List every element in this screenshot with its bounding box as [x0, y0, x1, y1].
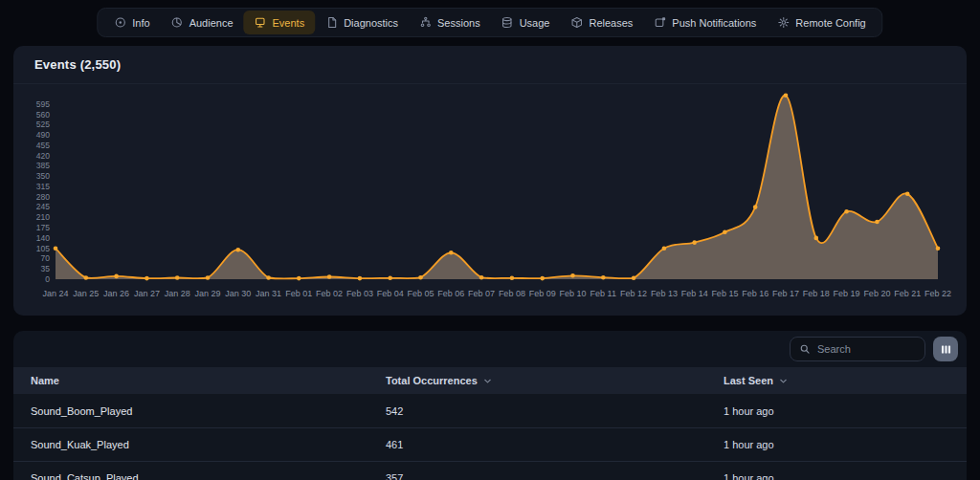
tab-label: Sessions	[437, 17, 480, 29]
columns-icon	[940, 343, 952, 356]
svg-text:Feb 13: Feb 13	[651, 289, 678, 298]
svg-text:Feb 17: Feb 17	[772, 289, 799, 298]
svg-text:70: 70	[41, 253, 51, 263]
tab-label: Diagnostics	[344, 17, 398, 29]
svg-text:Feb 20: Feb 20	[863, 289, 890, 298]
table-row[interactable]: Sound_Kuak_Played4611 hour ago	[13, 427, 967, 461]
svg-text:Feb 09: Feb 09	[529, 289, 556, 298]
svg-text:525: 525	[36, 120, 50, 129]
table-toolbar	[13, 331, 967, 367]
table-row[interactable]: Sound_Catsup_Played3571 hour ago	[13, 461, 967, 480]
column-header-total-occurrences[interactable]: Total Occurrences	[386, 375, 724, 386]
search-box[interactable]	[790, 337, 925, 361]
chevron-down-icon	[778, 376, 789, 386]
svg-text:Feb 04: Feb 04	[377, 289, 404, 298]
event-name-cell: Sound_Catsup_Played	[31, 472, 386, 480]
svg-text:315: 315	[36, 182, 50, 191]
events-chart-panel: Events (2,550) 0357010514017521024528031…	[13, 46, 967, 316]
chart-title: Events (2,550)	[34, 57, 121, 72]
tab-sessions[interactable]: Sessions	[409, 11, 491, 34]
column-header-name[interactable]: Name	[31, 375, 386, 386]
svg-text:Feb 02: Feb 02	[316, 289, 343, 298]
tab-info[interactable]: Info	[103, 11, 160, 34]
table-header-row: Name Total Occurrences Last Seen	[13, 367, 967, 394]
chart-header: Events (2,550)	[13, 46, 967, 84]
svg-text:Jan 26: Jan 26	[103, 289, 129, 298]
svg-text:Feb 15: Feb 15	[711, 289, 738, 298]
svg-text:245: 245	[36, 202, 50, 211]
svg-text:420: 420	[36, 151, 50, 161]
events-table-panel: Name Total Occurrences Last Seen Sound_B…	[13, 331, 967, 480]
remote-config-icon	[777, 16, 790, 29]
search-input[interactable]	[817, 343, 916, 355]
svg-text:Feb 18: Feb 18	[803, 289, 830, 298]
releases-icon	[570, 16, 583, 29]
svg-text:Jan 25: Jan 25	[73, 289, 99, 298]
svg-text:140: 140	[36, 233, 50, 243]
svg-text:Feb 10: Feb 10	[559, 289, 586, 298]
svg-text:Feb 07: Feb 07	[468, 289, 495, 298]
top-nav: InfoAudienceEventsDiagnosticsSessionsUsa…	[97, 8, 882, 37]
table-row[interactable]: Sound_Boom_Played5421 hour ago	[13, 394, 967, 427]
events-chart: 0357010514017521024528031535038542045549…	[27, 92, 953, 306]
svg-text:Jan 29: Jan 29	[194, 289, 220, 298]
svg-text:35: 35	[41, 264, 51, 273]
info-icon	[114, 16, 126, 29]
svg-text:Jan 30: Jan 30	[225, 289, 251, 298]
tab-audience[interactable]: Audience	[161, 11, 244, 34]
svg-text:Jan 24: Jan 24	[42, 289, 68, 298]
svg-text:Feb 12: Feb 12	[620, 289, 647, 298]
tab-diagnostics[interactable]: Diagnostics	[315, 11, 409, 34]
svg-text:Feb 05: Feb 05	[407, 289, 434, 298]
tab-remote-config[interactable]: Remote Config	[767, 11, 876, 34]
event-name-cell: Sound_Kuak_Played	[31, 439, 386, 450]
svg-text:595: 595	[36, 99, 50, 109]
total-occurrences-cell: 461	[386, 439, 724, 450]
tab-usage[interactable]: Usage	[491, 11, 561, 34]
tab-label: Audience	[189, 17, 234, 29]
svg-text:210: 210	[36, 212, 50, 222]
tab-label: Remote Config	[795, 17, 865, 29]
svg-text:0: 0	[45, 274, 50, 284]
svg-text:560: 560	[36, 110, 50, 120]
last-seen-cell: 1 hour ago	[724, 405, 967, 417]
svg-text:Feb 19: Feb 19	[834, 289, 860, 298]
event-name-cell: Sound_Boom_Played	[31, 405, 386, 417]
svg-text:Feb 16: Feb 16	[742, 289, 768, 298]
tab-push-notifications[interactable]: Push Notifications	[643, 11, 767, 34]
sessions-icon	[419, 16, 432, 29]
table-body: Sound_Boom_Played5421 hour agoSound_Kuak…	[13, 394, 967, 480]
svg-text:Feb 11: Feb 11	[590, 289, 616, 298]
svg-text:280: 280	[36, 192, 50, 202]
svg-text:350: 350	[36, 171, 50, 181]
search-icon	[799, 343, 811, 355]
tab-label: Releases	[589, 17, 633, 29]
push-notifications-icon	[654, 16, 666, 29]
tab-label: Push Notifications	[672, 17, 756, 29]
columns-button[interactable]	[933, 337, 958, 361]
tab-releases[interactable]: Releases	[560, 11, 643, 34]
svg-text:Jan 27: Jan 27	[134, 289, 160, 298]
events-icon	[255, 16, 267, 29]
svg-text:Feb 22: Feb 22	[924, 289, 951, 298]
tab-events[interactable]: Events	[244, 11, 316, 34]
chart-body: 0357010514017521024528031535038542045549…	[13, 84, 967, 306]
chevron-down-icon	[482, 376, 493, 386]
svg-text:Feb 06: Feb 06	[437, 289, 464, 298]
tab-label: Events	[273, 17, 305, 29]
tab-label: Info	[132, 17, 149, 29]
svg-text:455: 455	[36, 141, 50, 150]
svg-text:490: 490	[36, 130, 50, 140]
svg-text:Feb 03: Feb 03	[346, 289, 373, 298]
svg-text:Feb 08: Feb 08	[499, 289, 525, 298]
total-occurrences-cell: 542	[386, 405, 724, 417]
svg-text:Feb 14: Feb 14	[681, 289, 708, 298]
svg-text:Feb 21: Feb 21	[894, 289, 921, 298]
last-seen-cell: 1 hour ago	[724, 439, 967, 450]
svg-text:385: 385	[36, 161, 50, 170]
svg-text:175: 175	[36, 223, 50, 232]
audience-icon	[171, 16, 184, 29]
total-occurrences-cell: 357	[386, 472, 724, 480]
svg-text:Feb 01: Feb 01	[285, 289, 312, 298]
column-header-last-seen[interactable]: Last Seen	[724, 375, 967, 386]
